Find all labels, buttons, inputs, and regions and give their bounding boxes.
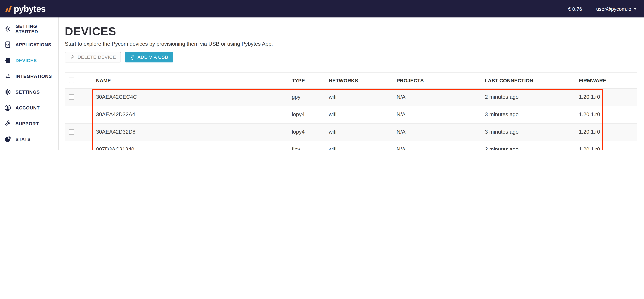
column-header-type: TYPE (292, 78, 329, 83)
table-body: 30AEA42CEC4C gpy wifi N/A 2 minutes ago … (65, 88, 636, 150)
column-header-name: NAME (96, 78, 292, 83)
topbar: pybytes € 0.76 user@pycom.io (0, 0, 644, 18)
pybytes-logo[interactable]: pybytes (6, 4, 46, 13)
cell-networks: wifi (329, 146, 396, 150)
delete-device-button[interactable]: DELETE DEVICE (65, 52, 121, 62)
cell-type: gpy (292, 94, 329, 100)
cell-type: lopy4 (292, 129, 329, 135)
delete-device-label: DELETE DEVICE (78, 54, 116, 60)
column-header-projects: PROJECTS (396, 78, 485, 83)
sidebar-item-label: SUPPORT (16, 121, 39, 126)
row-checkbox[interactable] (69, 94, 74, 100)
sidebar-item-applications[interactable]: APPLICATIONS (0, 36, 58, 52)
sidebar-item-label: GETTING STARTED (16, 23, 58, 34)
row-checkbox[interactable] (69, 129, 74, 135)
sidebar-item-label: SETTINGS (16, 89, 40, 94)
add-via-usb-button[interactable]: ADD VIA USB (125, 52, 173, 62)
gear-outline-icon (4, 25, 12, 32)
cell-last-connection: 2 minutes ago (485, 94, 579, 100)
sidebar-item-label: STATS (16, 136, 31, 142)
cell-networks: wifi (329, 129, 396, 135)
table-row[interactable]: 30AEA42D32A4 lopy4 wifi N/A 3 minutes ag… (65, 106, 636, 123)
page-subtitle: Start to explore the Pycom devices by pr… (65, 41, 637, 47)
cell-projects: N/A (396, 112, 485, 118)
cell-last-connection: 3 minutes ago (485, 112, 579, 118)
sidebar-item-settings[interactable]: SETTINGS (0, 84, 58, 100)
cell-firmware: 1.20.1.r0 (579, 112, 636, 118)
cell-name: 807D3AC31340 (96, 146, 292, 150)
gear-solid-icon (4, 88, 12, 96)
column-header-firmware: FIRMWARE (579, 78, 636, 83)
wrench-icon (4, 120, 12, 127)
sidebar-item-label: DEVICES (16, 58, 37, 63)
cell-last-connection: 3 minutes ago (485, 129, 579, 135)
account-balance: € 0.76 (568, 6, 582, 12)
cell-projects: N/A (396, 94, 485, 100)
sidebar-item-integrations[interactable]: INTEGRATIONS (0, 68, 58, 84)
page-title: DEVICES (65, 26, 637, 38)
sidebar-item-account[interactable]: ACCOUNT (0, 100, 58, 116)
user-menu[interactable]: user@pycom.io (596, 6, 636, 12)
cell-projects: N/A (396, 146, 485, 150)
cell-firmware: 1.20.1.r0 (579, 129, 636, 135)
user-icon (4, 104, 12, 111)
cell-networks: wifi (329, 94, 396, 100)
cell-networks: wifi (329, 112, 396, 118)
app-window: pybytes € 0.76 user@pycom.io GETTING STA… (0, 0, 644, 150)
logo-slashes-icon (6, 6, 11, 12)
row-checkbox[interactable] (69, 112, 74, 117)
cell-type: fipy (292, 146, 329, 150)
cell-name: 30AEA42D32A4 (96, 112, 292, 118)
row-checkbox[interactable] (69, 147, 74, 150)
table-header-row: NAME TYPE NETWORKS PROJECTS LAST CONNECT… (65, 72, 636, 88)
chevron-down-icon (634, 8, 636, 10)
logo-text: pybytes (14, 4, 46, 13)
sidebar-item-support[interactable]: SUPPORT (0, 116, 58, 131)
trash-icon (70, 54, 74, 60)
cell-firmware: 1.20.1.r0 (579, 94, 636, 100)
select-all-checkbox[interactable] (69, 78, 74, 83)
sidebar-item-label: INTEGRATIONS (16, 73, 52, 79)
sidebar-item-label: ACCOUNT (16, 105, 40, 110)
device-board-icon (4, 56, 12, 64)
sidebar: GETTING STARTED APPLICATIONS DEVICES INT… (0, 18, 59, 150)
topbar-right: € 0.76 user@pycom.io (568, 6, 636, 12)
add-via-usb-label: ADD VIA USB (138, 54, 168, 60)
sidebar-item-devices[interactable]: DEVICES (0, 52, 58, 68)
usb-icon (130, 54, 134, 60)
cell-name: 30AEA42CEC4C (96, 94, 292, 100)
pie-chart-icon (4, 136, 12, 143)
column-header-networks: NETWORKS (329, 78, 396, 83)
cell-name: 30AEA42D32D8 (96, 129, 292, 135)
cell-firmware: 1.20.1.r0 (579, 146, 636, 150)
actions-toolbar: DELETE DEVICE ADD VIA USB (65, 52, 637, 62)
table-row[interactable]: 807D3AC31340 fipy wifi N/A 2 minutes ago… (65, 140, 636, 150)
arrows-exchange-icon (4, 72, 12, 80)
cell-last-connection: 2 minutes ago (485, 146, 579, 150)
code-document-icon (4, 41, 12, 48)
cell-type: lopy4 (292, 112, 329, 118)
sidebar-item-label: APPLICATIONS (16, 42, 51, 47)
table-row[interactable]: 30AEA42D32D8 lopy4 wifi N/A 3 minutes ag… (65, 123, 636, 140)
column-header-last-connection: LAST CONNECTION (485, 78, 579, 83)
table-row[interactable]: 30AEA42CEC4C gpy wifi N/A 2 minutes ago … (65, 88, 636, 106)
devices-table: NAME TYPE NETWORKS PROJECTS LAST CONNECT… (65, 72, 637, 150)
cell-projects: N/A (396, 129, 485, 135)
sidebar-item-getting-started[interactable]: GETTING STARTED (0, 21, 58, 36)
sidebar-item-stats[interactable]: STATS (0, 131, 58, 147)
main-content: DEVICES Start to explore the Pycom devic… (59, 18, 644, 150)
user-email: user@pycom.io (596, 6, 631, 12)
